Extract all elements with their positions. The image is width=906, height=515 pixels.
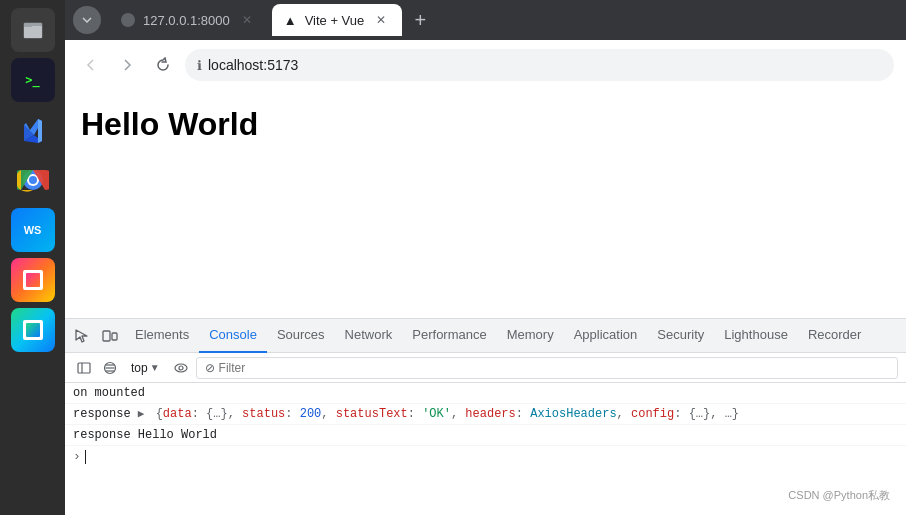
- new-tab-button[interactable]: +: [406, 6, 434, 34]
- page-content: Hello World: [65, 90, 906, 318]
- devtools-toolbar: Elements Console Sources Network Perform…: [65, 319, 906, 353]
- filter-area: ⊘: [196, 357, 898, 379]
- tab-elements[interactable]: Elements: [125, 319, 199, 353]
- svg-rect-10: [78, 363, 90, 373]
- console-line-1-text: on mounted: [73, 386, 898, 400]
- tab-lighthouse[interactable]: Lighthouse: [714, 319, 798, 353]
- prompt-arrow-icon: ›: [73, 449, 81, 464]
- taskbar-file-manager[interactable]: [11, 8, 55, 52]
- context-label: top: [131, 361, 148, 375]
- tab2-close[interactable]: ✕: [372, 11, 390, 29]
- security-icon: ℹ: [197, 58, 202, 73]
- browser-window: 127.0.0.1:8000 ✕ ▲ Vite + Vue ✕ + ℹ loca…: [65, 0, 906, 515]
- taskbar-chrome[interactable]: [11, 158, 55, 202]
- taskbar-webstorm[interactable]: WS: [11, 208, 55, 252]
- tab1-title: 127.0.0.1:8000: [143, 13, 230, 28]
- tab-network[interactable]: Network: [335, 319, 403, 353]
- tab-performance[interactable]: Performance: [402, 319, 496, 353]
- console-line-2-content: response ▶ {data: {…}, status: 200, stat…: [73, 407, 898, 421]
- tab-console[interactable]: Console: [199, 319, 267, 353]
- svg-rect-2: [24, 23, 32, 27]
- tab2-favicon: ▲: [284, 13, 297, 28]
- console-line-3: response Hello World: [65, 425, 906, 446]
- taskbar-pycharm[interactable]: [11, 308, 55, 352]
- tab-sources[interactable]: Sources: [267, 319, 335, 353]
- tab-application[interactable]: Application: [564, 319, 648, 353]
- tab-security[interactable]: Security: [647, 319, 714, 353]
- tab-memory[interactable]: Memory: [497, 319, 564, 353]
- filter-icon: ⊘: [205, 361, 215, 375]
- svg-rect-1: [24, 26, 42, 38]
- window-controls: [73, 6, 101, 34]
- browser-title-bar: 127.0.0.1:8000 ✕ ▲ Vite + Vue ✕ +: [65, 0, 906, 40]
- url-text: localhost:5173: [208, 57, 298, 73]
- device-toolbar-icon[interactable]: [97, 323, 123, 349]
- console-line-1: on mounted: [65, 383, 906, 404]
- svg-rect-9: [112, 333, 117, 340]
- svg-point-17: [179, 366, 183, 370]
- watermark: CSDN @Python私教: [788, 488, 890, 503]
- taskbar-vscode[interactable]: [11, 108, 55, 152]
- inspect-icon[interactable]: [69, 323, 95, 349]
- filter-input[interactable]: [219, 361, 889, 375]
- svg-point-7: [29, 176, 37, 184]
- svg-point-16: [175, 364, 187, 372]
- tab1-close[interactable]: ✕: [238, 11, 256, 29]
- console-line-3-content: response Hello World: [73, 428, 898, 442]
- console-prompt[interactable]: ›: [65, 446, 906, 467]
- tab2-title: Vite + Vue: [305, 13, 365, 28]
- url-bar[interactable]: ℹ localhost:5173: [185, 49, 894, 81]
- context-dropdown-icon: ▼: [150, 362, 160, 373]
- taskbar-jetbrains[interactable]: [11, 258, 55, 302]
- tab-vite[interactable]: ▲ Vite + Vue ✕: [272, 4, 403, 36]
- devtools-tabs: Elements Console Sources Network Perform…: [125, 319, 871, 353]
- page-heading: Hello World: [81, 106, 890, 143]
- taskbar: >_ WS: [0, 0, 65, 515]
- back-button[interactable]: [77, 51, 105, 79]
- prompt-cursor: [85, 450, 86, 464]
- tab-recorder[interactable]: Recorder: [798, 319, 871, 353]
- devtools-panel: Elements Console Sources Network Perform…: [65, 318, 906, 515]
- console-expand-arrow-2[interactable]: ▶: [138, 408, 145, 420]
- console-sidebar-toggle[interactable]: [73, 357, 95, 379]
- clear-console-button[interactable]: [99, 357, 121, 379]
- console-line-2: response ▶ {data: {…}, status: 200, stat…: [65, 404, 906, 425]
- tab1-favicon: [121, 13, 135, 27]
- console-output: on mounted response ▶ {data: {…}, status…: [65, 383, 906, 515]
- address-bar: ℹ localhost:5173: [65, 40, 906, 90]
- svg-rect-8: [103, 331, 110, 341]
- tab-127[interactable]: 127.0.0.1:8000 ✕: [109, 4, 268, 36]
- console-toolbar: top ▼ ⊘: [65, 353, 906, 383]
- context-selector[interactable]: top ▼: [125, 359, 166, 377]
- reload-button[interactable]: [149, 51, 177, 79]
- taskbar-terminal[interactable]: >_: [11, 58, 55, 102]
- forward-button[interactable]: [113, 51, 141, 79]
- eye-icon-button[interactable]: [170, 357, 192, 379]
- collapse-button[interactable]: [73, 6, 101, 34]
